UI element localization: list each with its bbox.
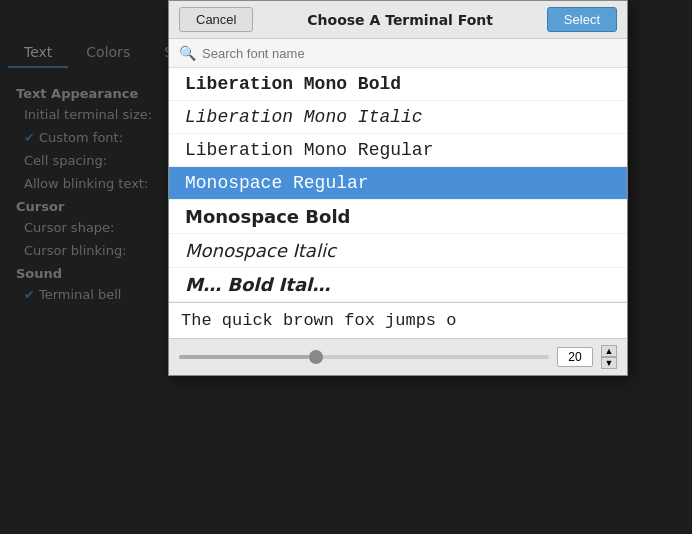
list-item[interactable]: Monospace Bold (169, 200, 627, 234)
list-item[interactable]: Liberation Mono Bold (169, 68, 627, 101)
font-list: Liberation Mono Bold Liberation Mono Ita… (169, 68, 627, 302)
modal-header: Cancel Choose A Terminal Font Select (169, 1, 627, 39)
size-slider-wrap[interactable] (179, 347, 549, 367)
size-stepper: ▲ ▼ (601, 345, 617, 369)
list-item[interactable]: Liberation Mono Italic (169, 101, 627, 134)
search-input[interactable] (202, 46, 617, 61)
list-item[interactable]: Liberation Mono Regular (169, 134, 627, 167)
font-preview: The quick brown fox jumps o (169, 302, 627, 338)
cancel-button[interactable]: Cancel (179, 7, 253, 32)
select-button[interactable]: Select (547, 7, 617, 32)
list-item[interactable]: M… Bold Ital… (169, 268, 627, 302)
size-increment-button[interactable]: ▲ (601, 345, 617, 357)
size-bar: 20 ▲ ▼ (169, 338, 627, 375)
font-chooser-dialog: Cancel Choose A Terminal Font Select 🔍 L… (168, 0, 628, 376)
slider-fill (179, 355, 309, 359)
slider-track (179, 355, 549, 359)
slider-thumb[interactable] (309, 350, 323, 364)
list-item[interactable]: Monospace Italic (169, 234, 627, 268)
search-icon: 🔍 (179, 45, 196, 61)
modal-title: Choose A Terminal Font (253, 12, 546, 28)
size-input[interactable]: 20 (557, 347, 593, 367)
list-item-selected[interactable]: Monospace Regular (169, 167, 627, 200)
size-decrement-button[interactable]: ▼ (601, 357, 617, 369)
search-bar: 🔍 (169, 39, 627, 68)
